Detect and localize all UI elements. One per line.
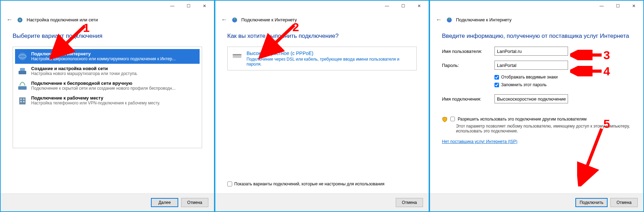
back-arrow-icon[interactable]: ← (221, 16, 228, 23)
password-input[interactable] (494, 61, 568, 70)
option-title: Подключение к рабочему месту (31, 95, 198, 101)
back-arrow-icon[interactable]: ← (436, 16, 443, 23)
connname-label: Имя подключения: (442, 96, 494, 102)
show-unconfigured-label: Показать варианты подключений, которые н… (234, 182, 385, 186)
titlebar (215, 1, 429, 15)
minimize-button[interactable] (164, 1, 180, 11)
remember-checkbox[interactable] (494, 83, 499, 87)
connname-row: Имя подключения: (442, 94, 631, 103)
connect-button[interactable]: Подключить (575, 198, 608, 207)
window-header: ← Подключение к Интернету (430, 15, 643, 26)
connname-input[interactable] (494, 94, 568, 103)
building-icon (17, 95, 28, 106)
svg-point-15 (234, 18, 235, 20)
globe-icon (17, 51, 28, 62)
option-desc: Подключение через DSL или кабель, требую… (247, 57, 412, 67)
show-unconfigured-checkbox[interactable] (227, 182, 232, 186)
page-heading: Как вы хотите выполнить подключение? (227, 33, 417, 40)
show-chars-label: Отображать вводимые знаки (501, 75, 558, 80)
window-title: Подключение к Интернету (456, 17, 512, 22)
page-heading: Выберите вариант подключения (13, 33, 202, 40)
option-desc: Подключение к скрытой сети или создание … (31, 86, 198, 91)
option-desc: Настройка нового маршрутизатора или точк… (31, 71, 198, 76)
show-unconfigured-row: Показать варианты подключений, которые н… (227, 178, 417, 190)
cancel-button[interactable]: Отмена (396, 198, 423, 207)
svg-rect-5 (20, 68, 25, 71)
svg-rect-17 (233, 54, 242, 55)
modem-icon (232, 50, 242, 61)
svg-rect-8 (20, 98, 22, 100)
allow-others-checkbox[interactable] (450, 117, 455, 121)
window-header: ← Подключение к Интернету (215, 15, 429, 26)
maximize-button[interactable] (395, 1, 411, 11)
option-desc: Настройка широкополосного или коммутируе… (31, 56, 198, 61)
window-header: ← Настройка подключения или сети (1, 15, 214, 26)
username-label: Имя пользователя: (442, 49, 494, 54)
minimize-button[interactable] (594, 1, 610, 11)
show-chars-checkbox[interactable] (494, 75, 499, 80)
options-list: Подключение к Интернету Настройка широко… (13, 47, 202, 148)
username-input[interactable] (494, 47, 568, 56)
option-title: Создание и настройка новой сети (31, 66, 198, 71)
option-title: Подключение к беспроводной сети вручную (31, 81, 198, 86)
maximize-button[interactable] (610, 1, 626, 11)
network-icon (17, 17, 23, 23)
svg-rect-11 (23, 101, 25, 102)
window-2: ← Подключение к Интернету Как вы хотите … (215, 0, 429, 212)
option-pppoe[interactable]: Высокоскоростное (с PPPoE) Подключение ч… (227, 47, 417, 70)
window-title: Настройка подключения или сети (27, 17, 98, 22)
allow-others-label: Разрешить использовать это подключение д… (458, 117, 587, 122)
svg-point-2 (19, 53, 26, 60)
page-heading: Введите информацию, полученную от постав… (442, 33, 631, 40)
dialog-footer: Подключить Отмена (430, 193, 643, 211)
globe-icon (231, 17, 238, 23)
cancel-button[interactable]: Отмена (610, 198, 638, 207)
minimize-button[interactable] (379, 1, 395, 11)
allow-others-desc: Этот параметр позволяет любому пользоват… (456, 124, 631, 134)
svg-rect-10 (20, 101, 22, 102)
allow-others-row: Разрешить использовать это подключение д… (442, 117, 631, 122)
option-new-network[interactable]: Создание и настройка новой сети Настройк… (15, 64, 200, 78)
titlebar (1, 1, 214, 15)
option-title: Высокоскоростное (с PPPoE) (247, 50, 412, 56)
cancel-button[interactable]: Отмена (181, 198, 208, 207)
svg-rect-9 (23, 98, 25, 100)
option-wireless-manual[interactable]: Подключение к беспроводной сети вручную … (15, 78, 200, 93)
svg-point-21 (449, 18, 450, 20)
option-title: Подключение к Интернету (31, 51, 198, 56)
remember-label: Запомнить этот пароль (501, 82, 547, 87)
close-button[interactable] (411, 1, 427, 11)
window-title: Подключение к Интернету (241, 17, 297, 22)
wireless-icon (17, 81, 28, 91)
shield-icon (442, 117, 448, 122)
back-arrow-icon[interactable]: ← (6, 16, 13, 23)
password-label: Пароль: (442, 63, 494, 68)
show-chars-row: Отображать вводимые знаки (494, 75, 631, 80)
password-row: Пароль: (442, 61, 631, 70)
titlebar (430, 1, 643, 15)
maximize-button[interactable] (180, 1, 196, 11)
option-internet-connection[interactable]: Подключение к Интернету Настройка широко… (15, 49, 200, 64)
username-row: Имя пользователя: (442, 47, 631, 56)
option-desc: Настройка телефонного или VPN-подключени… (31, 101, 198, 105)
dialog-footer: Отмена (215, 193, 429, 211)
dialog-footer: Далее Отмена (1, 193, 214, 211)
window-1: ← Настройка подключения или сети Выберит… (0, 0, 215, 212)
svg-rect-7 (19, 97, 26, 104)
option-workplace[interactable]: Подключение к рабочему месту Настройка т… (15, 93, 200, 108)
close-button[interactable] (626, 1, 642, 11)
svg-rect-6 (18, 86, 27, 90)
svg-point-1 (19, 19, 21, 21)
remember-row: Запомнить этот пароль (494, 82, 631, 87)
next-button[interactable]: Далее (151, 198, 178, 207)
window-3: ← Подключение к Интернету Введите информ… (429, 0, 644, 212)
svg-rect-4 (19, 71, 26, 74)
globe-icon (446, 17, 452, 23)
no-isp-link[interactable]: Нет поставщика услуг Интернета (ISP) (442, 139, 631, 144)
router-icon (17, 66, 28, 76)
close-button[interactable] (196, 1, 213, 11)
